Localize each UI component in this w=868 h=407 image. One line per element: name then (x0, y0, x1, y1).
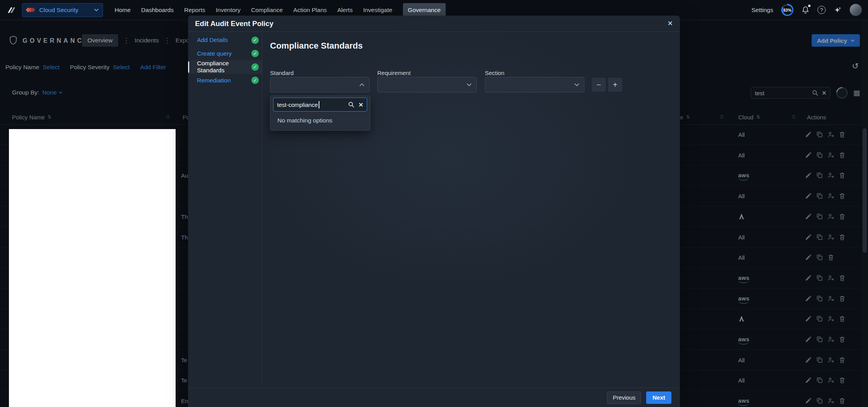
product-selector[interactable]: Cloud Security (22, 3, 103, 17)
usage-progress-badge[interactable]: 83% (781, 4, 793, 16)
no-options-text: No matching options (273, 112, 367, 130)
standard-select[interactable] (270, 77, 370, 93)
step-label: Compliance Standards (197, 60, 251, 74)
requirement-label: Requirement (377, 70, 411, 76)
chevron-down-icon (94, 9, 99, 12)
progress-value: 83% (783, 8, 791, 12)
close-icon[interactable]: ✕ (668, 20, 673, 27)
notifications-bell-icon[interactable] (802, 6, 809, 14)
nav-item-inventory[interactable]: Inventory (216, 7, 241, 14)
step-complete-icon: ✓ (251, 77, 259, 84)
nav-item-reports[interactable]: Reports (184, 7, 205, 14)
modal-header: Edit Audit Event Policy ✕ (188, 16, 680, 32)
app-root: GOVERNANCE Overview ⋮ Incidents ⋮ Exposu… (0, 0, 868, 407)
product-label: Cloud Security (39, 7, 78, 14)
step-complete-icon: ✓ (251, 63, 259, 71)
step-complete-icon: ✓ (251, 37, 259, 44)
modal-title: Edit Audit Event Policy (195, 19, 274, 28)
step-label: Remediation (197, 77, 231, 84)
remove-standard-button[interactable]: − (592, 78, 606, 92)
nav-item-dashboards[interactable]: Dashboards (141, 7, 174, 14)
clear-icon[interactable]: ✕ (358, 102, 363, 108)
chevron-down-icon (574, 83, 579, 86)
modal-content: Compliance Standards Standard Requiremen… (263, 32, 680, 388)
search-icon (348, 101, 354, 108)
requirement-select[interactable] (377, 77, 477, 93)
settings-button[interactable]: Settings (751, 7, 773, 14)
step-create-query[interactable]: Create query✓ (188, 47, 262, 61)
ai-sparkle-icon[interactable] (834, 6, 842, 14)
step-complete-icon: ✓ (251, 50, 259, 57)
step-compliance-standards[interactable]: Compliance Standards✓ (188, 60, 262, 74)
nav-right-cluster: Settings 83% ? (751, 4, 862, 16)
dropdown-search-input[interactable]: test-compliance ✕ (273, 98, 367, 112)
step-label: Create query (197, 50, 232, 57)
add-standard-button[interactable]: + (608, 78, 622, 92)
section-select[interactable] (485, 77, 584, 93)
section-heading: Compliance Standards (270, 41, 363, 51)
prisma-logo-icon (26, 8, 33, 12)
nav-item-action-plans[interactable]: Action Plans (293, 7, 327, 14)
nav-item-governance[interactable]: Governance (403, 3, 446, 17)
next-button[interactable]: Next (646, 391, 671, 404)
standard-dropdown-panel: test-compliance ✕ No matching options (270, 96, 370, 131)
notification-dot (808, 5, 810, 7)
redacted-white-area (9, 129, 176, 407)
edit-policy-modal: Edit Audit Event Policy ✕ Add Details✓Cr… (188, 16, 680, 407)
modal-steps: Add Details✓Create query✓Compliance Stan… (188, 32, 262, 388)
avatar[interactable] (850, 4, 862, 16)
step-remediation[interactable]: Remediation✓ (188, 74, 262, 87)
chevron-up-icon (359, 83, 364, 86)
chevron-down-icon (467, 83, 472, 86)
modal-footer: Previous Next (188, 388, 680, 407)
nav-item-home[interactable]: Home (115, 7, 131, 14)
nav-items: HomeDashboardsReportsInventoryCompliance… (115, 3, 446, 17)
section-label: Section (485, 70, 504, 76)
nav-item-alerts[interactable]: Alerts (337, 7, 353, 14)
step-label: Add Details (197, 37, 228, 44)
help-icon[interactable]: ? (817, 6, 826, 14)
dropdown-search-text: test-compliance (277, 101, 318, 108)
nav-item-investigate[interactable]: Investigate (363, 7, 392, 14)
nav-item-compliance[interactable]: Compliance (251, 7, 283, 14)
step-add-details[interactable]: Add Details✓ (188, 33, 262, 47)
text-caret (319, 101, 319, 108)
brand-logo-icon[interactable] (5, 4, 17, 16)
standard-label: Standard (270, 70, 294, 76)
previous-button[interactable]: Previous (607, 391, 641, 404)
